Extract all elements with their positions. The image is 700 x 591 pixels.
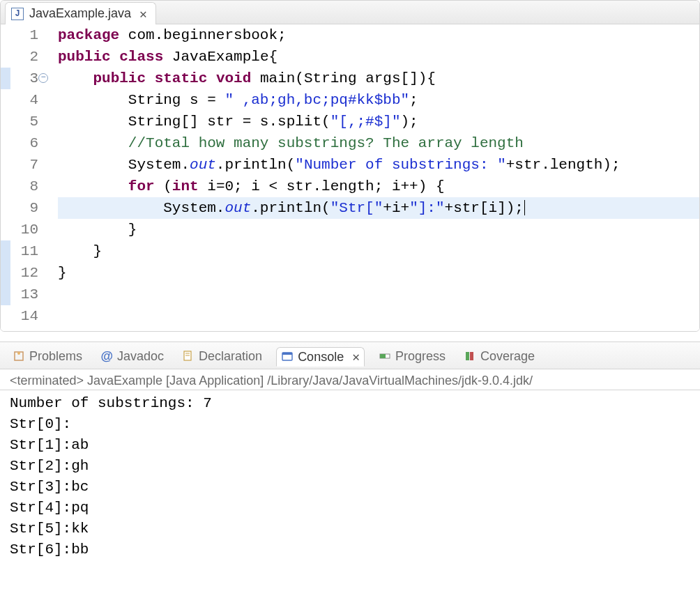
code-line[interactable]: String s = " ,ab;gh,bc;pq#kk$bb"; bbox=[58, 89, 699, 111]
line-number-gutter: 123−4567891011121314 bbox=[10, 24, 43, 327]
code-line[interactable]: //Total how many substrings? The array l… bbox=[58, 132, 699, 154]
tab-label: Progress bbox=[395, 349, 446, 364]
line-number: 12 bbox=[10, 262, 38, 284]
code-editor[interactable]: 123−4567891011121314 package com.beginne… bbox=[1, 24, 699, 331]
line-number: 7 bbox=[10, 154, 38, 176]
code-line[interactable]: public static void main(String args[]){ bbox=[58, 68, 699, 89]
code-line[interactable]: } bbox=[58, 219, 699, 240]
svg-rect-9 bbox=[466, 352, 469, 360]
line-number: 6 bbox=[10, 132, 38, 154]
line-number: 11 bbox=[10, 240, 38, 262]
tab-javadoc[interactable]: @ Javadoc bbox=[96, 348, 168, 365]
javadoc-icon: @ bbox=[100, 350, 113, 362]
svg-rect-6 bbox=[282, 353, 292, 355]
tab-coverage[interactable]: Coverage bbox=[459, 348, 539, 365]
close-icon[interactable]: ✕ bbox=[348, 349, 360, 364]
code-line[interactable]: for (int i=0; i < str.length; i++) { bbox=[58, 176, 699, 197]
editor-pane: J JavaExample.java ✕ 123−456789101112131… bbox=[0, 0, 700, 332]
console-status: <terminated> JavaExample [Java Applicati… bbox=[0, 369, 700, 390]
svg-rect-10 bbox=[470, 352, 473, 360]
line-number: 5 bbox=[10, 111, 38, 132]
tab-label: Problems bbox=[29, 349, 82, 364]
line-number: 9 bbox=[10, 197, 38, 219]
console-icon bbox=[281, 351, 294, 363]
problems-icon bbox=[13, 350, 25, 362]
progress-icon bbox=[379, 350, 391, 362]
svg-rect-8 bbox=[380, 354, 386, 358]
editor-tabbar: J JavaExample.java ✕ bbox=[1, 1, 699, 24]
editor-tab-title: JavaExample.java bbox=[29, 6, 131, 21]
editor-tab-java-example[interactable]: J JavaExample.java ✕ bbox=[5, 2, 156, 24]
tab-label: Declaration bbox=[199, 349, 262, 364]
code-line[interactable]: } bbox=[58, 240, 699, 262]
code-line[interactable]: public class JavaExample{ bbox=[58, 46, 699, 68]
fold-gutter bbox=[43, 24, 55, 327]
tab-console[interactable]: Console ✕ bbox=[276, 347, 365, 367]
line-number: 10 bbox=[10, 219, 38, 240]
tab-label: Javadoc bbox=[117, 349, 164, 364]
close-icon[interactable]: ✕ bbox=[137, 6, 147, 22]
code-line[interactable]: String[] str = s.split("[,;#$]"); bbox=[58, 111, 699, 132]
line-number: 1 bbox=[10, 24, 38, 46]
tab-declaration[interactable]: Declaration bbox=[178, 348, 266, 365]
line-number: 14 bbox=[10, 305, 38, 327]
line-number: 2 bbox=[10, 46, 38, 68]
line-number: 8 bbox=[10, 176, 38, 197]
tab-label: Coverage bbox=[480, 349, 535, 364]
svg-point-1 bbox=[17, 352, 20, 355]
line-number: 13 bbox=[10, 284, 38, 305]
tab-label: Console bbox=[298, 350, 344, 364]
code-line[interactable]: } bbox=[58, 262, 699, 284]
bottom-panel: Problems @ Javadoc Declaration Console ✕… bbox=[0, 341, 700, 570]
code-column[interactable]: package com.beginnersbook;public class J… bbox=[55, 24, 699, 327]
text-cursor bbox=[524, 200, 525, 215]
code-line[interactable]: package com.beginnersbook; bbox=[58, 24, 699, 46]
coverage-icon bbox=[464, 350, 476, 362]
line-number: 3− bbox=[10, 68, 38, 89]
code-line[interactable]: System.out.println("Str["+i+"]:"+str[i])… bbox=[58, 197, 699, 219]
line-number: 4 bbox=[10, 89, 38, 111]
code-line[interactable]: System.out.println("Number of substrings… bbox=[58, 154, 699, 176]
declaration-icon bbox=[182, 350, 195, 362]
java-file-icon: J bbox=[11, 8, 24, 20]
tab-progress[interactable]: Progress bbox=[374, 348, 450, 365]
console-output[interactable]: Number of substrings: 7 Str[0]: Str[1]:a… bbox=[0, 390, 700, 570]
fold-toggle-icon[interactable]: − bbox=[38, 73, 48, 83]
marker-gutter bbox=[1, 24, 10, 327]
tab-problems[interactable]: Problems bbox=[8, 348, 86, 365]
bottom-tabbar: Problems @ Javadoc Declaration Console ✕… bbox=[0, 342, 700, 369]
